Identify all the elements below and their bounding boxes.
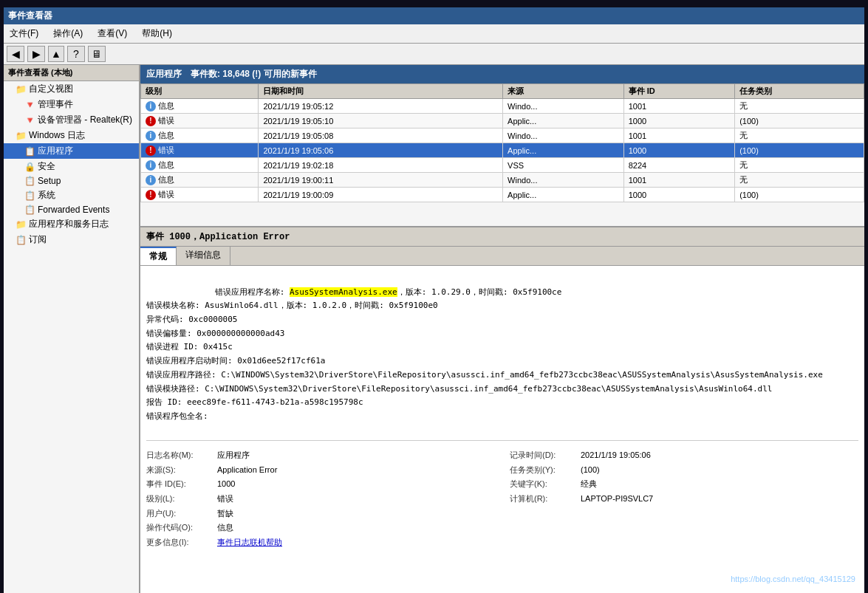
right-panel: 应用程序 事件数: 18,648 (!) 可用的新事件 级别 日期和时间 来源 … (140, 65, 864, 593)
separator (146, 440, 858, 441)
module-path: 错误模块路径: C:\WINDOWS\System32\DriverStore\… (146, 384, 772, 394)
table-row[interactable]: ! 错误 2021/1/19 19:05:10 Applic... 1000 (… (141, 114, 864, 128)
opcode-label: 操作代码(O): (146, 521, 213, 535)
cell-source: Applic... (503, 114, 624, 128)
cell-level: ! 错误 (141, 114, 259, 128)
error-icon: ! (146, 116, 156, 126)
tab-general[interactable]: 常规 (140, 247, 177, 265)
tab-details[interactable]: 详细信息 (177, 247, 230, 265)
event-id-label: 事件 ID(E): (146, 478, 213, 491)
cell-id: 1001 (623, 173, 734, 188)
sidebar-item-setup[interactable]: 📋 Setup (4, 174, 139, 188)
field-more-info: 更多信息(I): 事件日志联机帮助 (146, 535, 495, 550)
sidebar-item-forwarded-events[interactable]: 📋 Forwarded Events (4, 203, 139, 216)
sidebar-item-system[interactable]: 📋 系统 (4, 188, 139, 203)
cell-id: 1001 (623, 99, 734, 114)
sidebar-item-security[interactable]: 🔒 安全 (4, 159, 139, 174)
info-icon: i (146, 131, 156, 141)
cell-category: (100) (735, 188, 864, 202)
field-record-time: 记录时间(D): 2021/1/19 19:05:06 (510, 448, 858, 463)
col-level[interactable]: 级别 (141, 84, 259, 99)
cell-level: ! 错误 (141, 188, 259, 202)
info-icon: i (146, 175, 156, 185)
table-row[interactable]: i 信息 2021/1/19 19:05:12 Windo... 1001 无 (141, 99, 864, 114)
detail-content: 错误应用程序名称: AsusSystemAnalysis.exe，版本: 1.0… (140, 266, 864, 593)
error-module: 错误模块名称: AsusWinlo64.dll，版本: 1.0.2.0，时间戳:… (146, 301, 438, 310)
level-value: 错误 (217, 493, 233, 506)
watermark: https://blog.csdn.net/qq_43415129 (731, 575, 855, 583)
console-button[interactable]: 🖥 (88, 46, 106, 62)
col-category[interactable]: 任务类别 (735, 84, 864, 99)
table-row[interactable]: i 信息 2021/1/19 19:00:11 Windo... 1001 无 (141, 173, 864, 188)
error-icon: ! (146, 190, 156, 200)
log-name-value: 应用程序 (217, 449, 250, 462)
cell-datetime: 2021/1/19 19:00:11 (259, 173, 503, 188)
tree-header: 事件查看器 (本地) (4, 65, 139, 81)
error-app-name-label: 错误应用程序名称: (215, 287, 290, 297)
sidebar-item-application[interactable]: 📋 应用程序 (4, 143, 139, 159)
sidebar-item-app-service[interactable]: 📁 应用程序和服务日志 (4, 216, 139, 232)
opcode-value: 信息 (217, 521, 233, 535)
field-level: 级别(L): 错误 (146, 492, 495, 507)
log-name-label: 日志名称(M): (146, 449, 213, 462)
toolbar: ◀ ▶ ▲ ? 🖥 (4, 44, 864, 65)
field-event-id: 事件 ID(E): 1000 (146, 477, 495, 492)
detail-tabs: 常规 详细信息 (140, 247, 864, 266)
cell-source: Applic... (503, 188, 624, 202)
screen: 事件查看器 文件(F) 操作(A) 查看(V) 帮助(H) ◀ ▶ ▲ ? 🖥 … (0, 0, 868, 593)
sidebar-item-custom-views[interactable]: 📁 自定义视图 (4, 81, 139, 97)
error-app-version: ，版本: 1.0.29.0，时间戳: 0x5f9100ce (397, 287, 562, 297)
cell-source: VSS (503, 158, 624, 173)
cell-level: ! 错误 (141, 143, 259, 158)
cell-level: i 信息 (141, 158, 259, 173)
event-list-header: 应用程序 事件数: 18,648 (!) 可用的新事件 (140, 65, 864, 83)
cell-id: 1000 (623, 143, 734, 158)
menu-file[interactable]: 文件(F) (7, 26, 41, 41)
sidebar-item-device-manager[interactable]: 🔻 设备管理器 - Realtek(R) (4, 112, 139, 128)
field-opcode: 操作代码(O): 信息 (146, 521, 495, 535)
computer-value: LAPTOP-PI9SVLC7 (581, 493, 653, 506)
more-info-link[interactable]: 事件日志联机帮助 (217, 536, 282, 549)
detail-title: 事件 1000，Application Error (140, 227, 864, 247)
app-path: 错误应用程序路径: C:\WINDOWS\System32\DriverStor… (146, 370, 823, 380)
sidebar-item-subscribe[interactable]: 📋 订阅 (4, 232, 139, 247)
table-row[interactable]: i 信息 2021/1/19 19:05:08 Windo... 1001 无 (141, 128, 864, 143)
menu-help[interactable]: 帮助(H) (139, 26, 175, 41)
table-row[interactable]: ! 错误 2021/1/19 19:00:09 Applic... 1000 (… (141, 188, 864, 202)
cell-source: Windo... (503, 173, 624, 188)
help-button[interactable]: ? (67, 46, 85, 62)
field-computer: 计算机(R): LAPTOP-PI9SVLC7 (510, 492, 858, 507)
col-source[interactable]: 来源 (503, 84, 624, 99)
back-button[interactable]: ◀ (7, 46, 24, 62)
fault-offset: 错误偏移量: 0x000000000000ad43 (146, 329, 284, 338)
up-button[interactable]: ▲ (48, 46, 64, 62)
cell-datetime: 2021/1/19 19:05:08 (259, 128, 503, 143)
field-keyword: 关键字(K): 经典 (510, 477, 858, 492)
event-id-value: 1000 (217, 478, 235, 491)
log-icon-2: 📋 (24, 176, 35, 186)
forward-button[interactable]: ▶ (27, 46, 45, 62)
source-value: Application Error (217, 464, 277, 477)
sidebar-item-windows-logs[interactable]: 📁 Windows 日志 (4, 128, 139, 143)
menu-view[interactable]: 查看(V) (95, 26, 130, 41)
cell-level: i 信息 (141, 128, 259, 143)
info-icon: i (146, 160, 156, 171)
field-group-left: 日志名称(M): 应用程序 来源(S): Application Error 事… (146, 448, 495, 549)
field-user: 用户(U): 暂缺 (146, 507, 495, 521)
table-row[interactable]: i 信息 2021/1/19 19:02:18 VSS 8224 无 (141, 158, 864, 173)
event-detail-panel: 事件 1000，Application Error 常规 详细信息 错误应用程序… (140, 227, 864, 593)
menu-action[interactable]: 操作(A) (50, 26, 86, 41)
start-time: 错误应用程序启动时间: 0x01d6ee52f17cf61a (146, 356, 325, 366)
log-icon-4: 📋 (24, 205, 35, 215)
col-datetime[interactable]: 日期和时间 (259, 84, 503, 99)
folder-icon: 📁 (16, 84, 27, 95)
cell-datetime: 2021/1/19 19:05:10 (259, 114, 503, 128)
cell-id: 1000 (623, 114, 734, 128)
sidebar-item-admin-events[interactable]: 🔻 管理事件 (4, 97, 139, 112)
col-eventid[interactable]: 事件 ID (623, 84, 734, 99)
error-pid: 错误进程 ID: 0x415c (146, 342, 233, 352)
event-list-panel: 应用程序 事件数: 18,648 (!) 可用的新事件 级别 日期和时间 来源 … (140, 65, 864, 227)
cell-datetime: 2021/1/19 19:05:12 (259, 99, 503, 114)
table-row[interactable]: ! 错误 2021/1/19 19:05:06 Applic... 1000 (… (141, 143, 864, 158)
field-source: 来源(S): Application Error (146, 463, 495, 478)
